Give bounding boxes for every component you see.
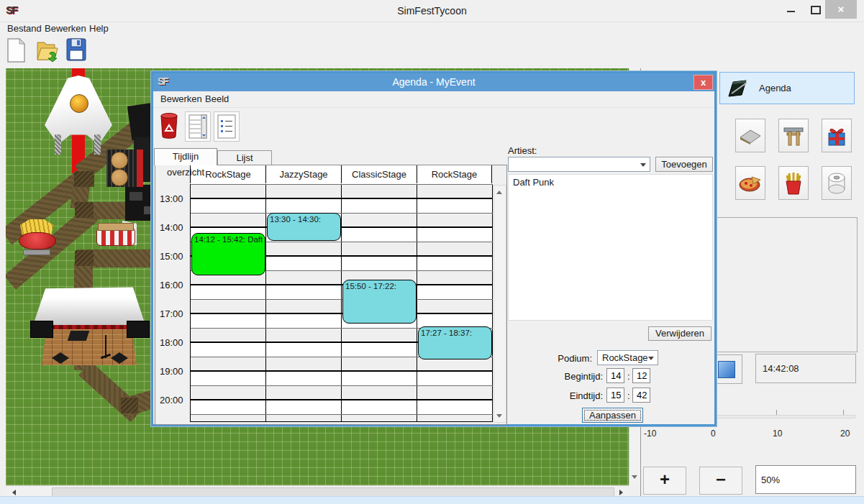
event-classicstage[interactable]: 15:50 - 17:22: [342, 280, 417, 323]
burger-stand [106, 150, 150, 187]
slider-tick [776, 410, 777, 415]
save-button[interactable] [66, 38, 89, 64]
status-bar [0, 496, 864, 504]
artist-combobox[interactable] [508, 157, 650, 172]
list-view-icon [217, 114, 236, 139]
menu-help[interactable]: Help [86, 22, 112, 36]
item-button-floor-tile[interactable] [735, 119, 765, 152]
event-daft-punk[interactable]: 14:12 - 15:42: Daft Punk [191, 233, 265, 275]
slider-label: 20 [840, 429, 850, 439]
end-hour-input[interactable] [606, 388, 624, 403]
grid-vertical-scrollbar[interactable] [494, 185, 506, 423]
new-file-button[interactable] [6, 38, 29, 64]
main-toolbar [0, 36, 864, 68]
pizza-icon [739, 174, 762, 193]
time-label: 18:00 [160, 337, 188, 348]
time-label: 17:00 [160, 308, 188, 319]
trash-bin-icon [159, 112, 179, 139]
path-node [74, 171, 94, 187]
tent [45, 75, 112, 156]
gift-icon [826, 125, 847, 147]
new-file-icon [6, 38, 26, 63]
timeline-grid: RockStage JazzyStage ClassicStage RockSt… [155, 165, 507, 425]
zoom-level-display: 50% [755, 465, 856, 494]
item-button-fries[interactable] [778, 166, 809, 200]
time-colon: : [627, 371, 630, 382]
clock-value: 14:42:08 [763, 363, 799, 374]
time-label: 20:00 [160, 395, 188, 406]
start-minute-input[interactable] [632, 368, 650, 383]
open-file-button[interactable] [36, 38, 59, 64]
item-button-toilet-paper[interactable] [822, 166, 852, 200]
dialog-menubar: Bewerken Beeld [153, 91, 714, 108]
end-minute-input[interactable] [632, 388, 650, 403]
slider-tick [843, 410, 844, 415]
start-hour-input[interactable] [606, 368, 624, 383]
scroll-down-icon[interactable] [629, 471, 640, 481]
zoom-out-button[interactable]: − [699, 467, 742, 495]
item-button-gate[interactable] [778, 119, 809, 152]
toilet-paper-icon [827, 173, 847, 194]
agenda-book-icon [727, 79, 749, 98]
artist-list-item[interactable]: Daft Punk [509, 175, 712, 188]
minimize-button[interactable] [781, 0, 801, 19]
zoom-level-value: 50% [761, 475, 780, 485]
path-node [121, 398, 138, 413]
end-time-label: Eindtijd: [545, 390, 603, 401]
fries-icon [784, 172, 803, 195]
column-header: ClassicStage [341, 165, 417, 183]
dialog-titlebar[interactable]: SF Agenda - MyEvent x [153, 73, 714, 91]
maximize-button[interactable] [806, 0, 826, 19]
path-node [75, 202, 94, 218]
dialog-menu-beeld[interactable]: Beeld [202, 93, 232, 106]
artist-listbox[interactable]: Daft Punk [508, 174, 713, 321]
clock-display: 14:42:08 [755, 354, 856, 383]
dialog-close-button[interactable]: x [694, 75, 713, 90]
remove-artist-button[interactable]: Verwijderen [648, 326, 711, 341]
scroll-up-icon[interactable] [494, 186, 504, 196]
agenda-button[interactable]: Agenda [719, 72, 855, 104]
agenda-dialog: SF Agenda - MyEvent x Bewerken Beeld [151, 71, 717, 426]
slider-label: -10 [644, 429, 656, 439]
dialog-title: Agenda - MyEvent [153, 76, 714, 88]
timeline-view-icon [188, 114, 207, 139]
ticket-booth [96, 223, 134, 244]
event-jazzystage[interactable]: 13:30 - 14:30: [267, 213, 341, 241]
menu-bewerken[interactable]: Bewerken [42, 22, 89, 36]
podium-label: Podium: [542, 353, 592, 364]
item-button-gift[interactable] [822, 119, 852, 152]
time-label: 15:00 [160, 251, 188, 262]
column-header: JazzyStage [265, 165, 341, 183]
menu-bestand[interactable]: Bestand [4, 22, 45, 36]
dialog-menu-bewerken[interactable]: Bewerken [158, 93, 205, 106]
time-label: 19:00 [160, 366, 188, 377]
slider-label: 0 [711, 429, 716, 439]
floor-tile-icon [739, 127, 762, 145]
tab-tijdlijn-overzicht[interactable]: Tijdlijn overzicht [154, 148, 217, 165]
tab-lijst-overzicht[interactable]: Lijst overzicht [217, 150, 272, 165]
add-artist-button[interactable]: Toevoegen [655, 157, 713, 172]
schedule-body[interactable]: 14:12 - 15:42: Daft Punk 13:30 - 14:30: … [190, 184, 493, 422]
main-titlebar: SF SimFestTycoon × [0, 0, 864, 22]
item-button-pizza[interactable] [735, 166, 765, 200]
time-label: 16:00 [160, 280, 188, 290]
event-rockstage2[interactable]: 17:27 - 18:37: [418, 326, 492, 359]
list-view-button[interactable] [214, 111, 240, 142]
start-time-label: Begintijd: [545, 371, 603, 382]
dialog-toolbar [153, 108, 714, 145]
artist-label: Artiest: [508, 145, 537, 156]
podium-combobox-value: RockStage [602, 352, 648, 363]
open-file-icon [36, 38, 59, 63]
podium-combobox[interactable]: RockStage [597, 350, 658, 365]
zoom-in-button[interactable]: + [643, 467, 686, 495]
close-button[interactable]: × [825, 0, 857, 19]
scroll-down-icon[interactable] [494, 410, 504, 420]
delete-event-button[interactable] [159, 112, 179, 139]
chevron-down-icon [648, 357, 654, 360]
apply-button[interactable]: Aanpassen [582, 408, 643, 423]
main-menubar: Bestand Bewerken Help [0, 22, 864, 36]
fries-stand [19, 218, 56, 254]
slider-label: 10 [773, 429, 782, 439]
grid-header: RockStage JazzyStage ClassicStage RockSt… [190, 165, 492, 185]
timeline-view-button[interactable] [185, 111, 211, 142]
